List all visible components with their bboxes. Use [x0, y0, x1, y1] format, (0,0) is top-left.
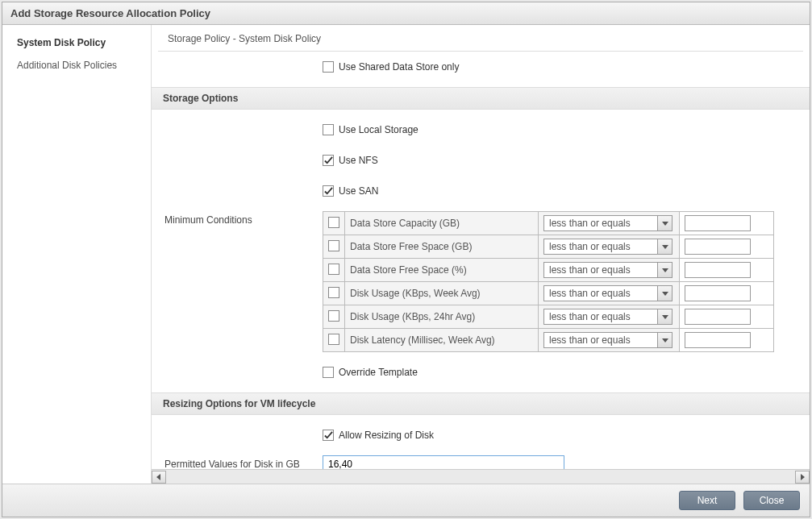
chevron-down-icon: [657, 216, 672, 230]
condition-operator-dropdown[interactable]: less than or equals: [543, 285, 673, 301]
label-minimum-conditions: Minimum Conditions: [161, 211, 323, 226]
checkbox-san[interactable]: [323, 185, 334, 197]
dialog-title: Add Storage Resource Allocation Policy: [2, 2, 810, 25]
chevron-down-icon: [657, 309, 672, 324]
next-button[interactable]: Next: [679, 491, 735, 510]
dropdown-value: less than or equals: [544, 309, 657, 324]
dropdown-value: less than or equals: [544, 263, 657, 277]
row-override-template: Override Template: [152, 357, 810, 388]
input-permitted-values[interactable]: [323, 455, 564, 469]
condition-checkbox[interactable]: [328, 310, 339, 322]
row-nfs: Use NFS: [152, 145, 810, 176]
conditions-table: Data Store Capacity (GB)less than or equ…: [323, 211, 774, 352]
condition-row: Data Store Free Space (%)less than or eq…: [323, 259, 774, 282]
dropdown-value: less than or equals: [544, 239, 657, 254]
checkbox-override-template[interactable]: [323, 367, 334, 378]
chevron-down-icon: [657, 239, 672, 254]
condition-label: Disk Latency (Millisec, Week Avg): [350, 334, 495, 346]
sidebar-item-label: System Disk Policy: [17, 37, 106, 48]
condition-checkbox[interactable]: [328, 240, 339, 251]
row-san: Use SAN: [152, 176, 810, 206]
condition-operator-dropdown[interactable]: less than or equals: [543, 239, 673, 255]
condition-row: Data Store Capacity (GB)less than or equ…: [323, 212, 774, 235]
close-button[interactable]: Close: [743, 491, 800, 510]
dialog: Add Storage Resource Allocation Policy S…: [2, 2, 810, 517]
section-storage-options: Storage Options: [152, 87, 810, 110]
scroll-area[interactable]: Use Shared Data Store only Storage Optio…: [152, 52, 810, 469]
condition-value-input[interactable]: [685, 332, 751, 348]
dialog-body: System Disk Policy Additional Disk Polic…: [2, 25, 810, 484]
scroll-right-icon[interactable]: [795, 471, 810, 484]
condition-checkbox[interactable]: [328, 217, 339, 228]
scroll-left-icon[interactable]: [152, 471, 166, 484]
condition-value-input[interactable]: [685, 215, 751, 231]
label-shared-datastore: Use Shared Data Store only: [339, 61, 459, 73]
content-title: Storage Policy - System Disk Policy: [158, 25, 803, 52]
condition-value-input[interactable]: [685, 285, 751, 301]
condition-row: Disk Latency (Millisec, Week Avg)less th…: [323, 329, 774, 352]
label-override-template: Override Template: [339, 367, 418, 378]
condition-checkbox[interactable]: [328, 287, 339, 298]
chevron-down-icon: [657, 333, 672, 347]
condition-label: Data Store Free Space (GB): [350, 241, 472, 252]
condition-operator-dropdown[interactable]: less than or equals: [543, 309, 673, 325]
condition-value-input[interactable]: [685, 239, 751, 255]
dropdown-value: less than or equals: [544, 216, 657, 230]
condition-label: Disk Usage (KBps, 24hr Avg): [350, 311, 475, 322]
horizontal-scrollbar[interactable]: [152, 469, 810, 484]
dropdown-value: less than or equals: [544, 286, 657, 301]
label-local-storage: Use Local Storage: [339, 124, 418, 135]
label-nfs: Use NFS: [339, 155, 378, 166]
label-permitted-values: Permitted Values for Disk in GB: [161, 455, 323, 469]
condition-checkbox[interactable]: [328, 334, 339, 345]
condition-row: Disk Usage (KBps, Week Avg)less than or …: [323, 282, 774, 305]
condition-operator-dropdown[interactable]: less than or equals: [543, 215, 673, 231]
row-minimum-conditions: Minimum Conditions Data Store Capacity (…: [152, 206, 810, 357]
checkbox-nfs[interactable]: [323, 155, 334, 166]
condition-operator-dropdown[interactable]: less than or equals: [543, 262, 673, 278]
scroll-track[interactable]: [166, 471, 795, 484]
chevron-down-icon: [657, 286, 672, 301]
condition-checkbox[interactable]: [328, 264, 339, 275]
row-shared-datastore: Use Shared Data Store only: [152, 52, 810, 82]
condition-label: Data Store Free Space (%): [350, 264, 467, 276]
row-permitted-values: Permitted Values for Disk in GB: [152, 450, 810, 469]
dialog-footer: Next Close: [2, 484, 810, 517]
row-local: Use Local Storage: [152, 114, 810, 145]
condition-value-input[interactable]: [685, 262, 751, 278]
sidebar-item-system-disk-policy[interactable]: System Disk Policy: [2, 31, 151, 54]
condition-row: Disk Usage (KBps, 24hr Avg)less than or …: [323, 305, 774, 329]
condition-operator-dropdown[interactable]: less than or equals: [543, 332, 673, 348]
sidebar: System Disk Policy Additional Disk Polic…: [2, 25, 152, 484]
checkbox-local-storage[interactable]: [323, 124, 334, 135]
checkbox-allow-resizing[interactable]: [323, 430, 334, 441]
condition-row: Data Store Free Space (GB)less than or e…: [323, 235, 774, 259]
chevron-down-icon: [657, 263, 672, 277]
condition-label: Data Store Capacity (GB): [350, 218, 460, 229]
condition-value-input[interactable]: [685, 309, 751, 325]
checkbox-shared-datastore[interactable]: [323, 61, 334, 73]
dropdown-value: less than or equals: [544, 333, 657, 347]
main-panel: Storage Policy - System Disk Policy Use …: [152, 25, 810, 484]
sidebar-item-label: Additional Disk Policies: [17, 60, 117, 71]
condition-label: Disk Usage (KBps, Week Avg): [350, 288, 481, 299]
section-resizing: Resizing Options for VM lifecycle: [152, 392, 810, 415]
label-allow-resizing: Allow Resizing of Disk: [339, 430, 434, 441]
row-allow-resizing: Allow Resizing of Disk: [152, 420, 810, 450]
sidebar-item-additional-disk-policies[interactable]: Additional Disk Policies: [2, 54, 151, 77]
label-san: Use SAN: [339, 185, 378, 197]
